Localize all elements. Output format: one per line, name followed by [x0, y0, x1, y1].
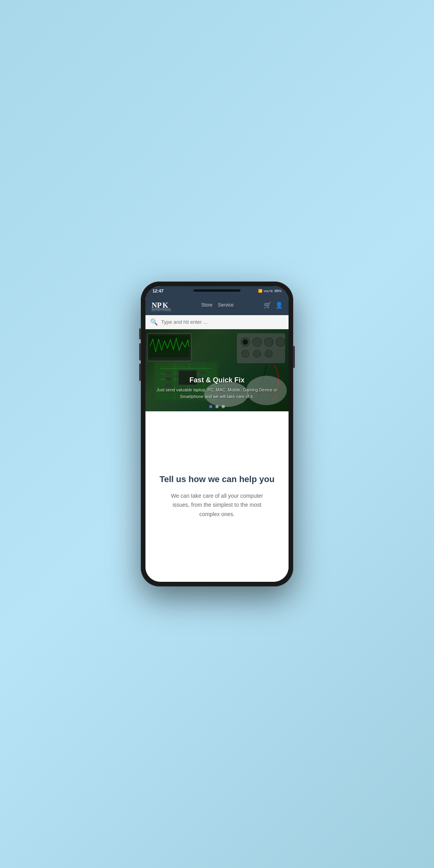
camera-button[interactable]: [139, 364, 141, 381]
slider-dots[interactable]: [209, 405, 225, 408]
slide-dot-3[interactable]: [222, 405, 225, 408]
slide-dot-1[interactable]: [209, 405, 212, 408]
svg-text:P: P: [157, 301, 162, 309]
hero-text-overlay: Fast & Quick Fix Just send valuable lapt…: [145, 376, 289, 400]
volume-down-button[interactable]: [139, 343, 141, 360]
power-button[interactable]: [293, 346, 295, 368]
nav-service-link[interactable]: Service: [218, 302, 233, 308]
svg-point-29: [253, 350, 261, 357]
hero-title: Fast & Quick Fix: [153, 376, 281, 384]
search-bar: 🔍: [145, 315, 289, 329]
svg-text:N: N: [152, 301, 157, 309]
hero-slider: Fast & Quick Fix Just send valuable lapt…: [145, 329, 289, 411]
logo[interactable]: N P K NEW YORK'S PREMIERE IT SOLUTION: [151, 298, 171, 312]
section-title: Tell us how we can help you: [160, 474, 274, 485]
wifi-icon: 📶: [258, 289, 262, 293]
svg-point-26: [264, 337, 273, 346]
nav-links: Store Service: [176, 302, 259, 308]
svg-rect-15: [166, 371, 172, 375]
svg-point-30: [265, 350, 273, 357]
svg-text:NEW YORK'S PREMIERE IT SOLUTIO: NEW YORK'S PREMIERE IT SOLUTION: [152, 310, 171, 312]
svg-point-28: [242, 350, 249, 357]
svg-point-25: [253, 337, 262, 346]
signal-icon: VoLTE: [264, 289, 273, 293]
hero-subtitle: Just send valuable laptop, PC, MAC, Mobi…: [153, 387, 281, 400]
svg-text:K: K: [162, 301, 168, 309]
svg-point-24: [242, 339, 248, 345]
search-icon: 🔍: [150, 318, 158, 326]
section-description: We can take care of all your computer is…: [162, 491, 272, 519]
svg-point-27: [276, 337, 285, 346]
battery-icon: 88%: [274, 289, 282, 293]
slide-dot-2[interactable]: [215, 405, 219, 408]
status-bar: 12:47 📶 VoLTE 88%: [145, 286, 289, 295]
account-icon[interactable]: 👤: [275, 301, 283, 309]
cart-icon[interactable]: 🛒: [264, 301, 271, 309]
svg-rect-18: [200, 371, 206, 375]
search-input[interactable]: [161, 319, 284, 325]
hero-image: Fast & Quick Fix Just send valuable lapt…: [145, 329, 289, 411]
nav-icons: 🛒 👤: [264, 301, 283, 309]
status-icons: 📶 VoLTE 88%: [258, 289, 282, 293]
svg-rect-21: [149, 335, 189, 357]
navbar: N P K NEW YORK'S PREMIERE IT SOLUTION St…: [145, 295, 289, 315]
volume-up-button[interactable]: [139, 328, 141, 339]
nav-store-link[interactable]: Store: [201, 302, 213, 308]
status-time: 12:47: [152, 289, 163, 293]
content-section: Tell us how we can help you We can take …: [145, 411, 289, 582]
